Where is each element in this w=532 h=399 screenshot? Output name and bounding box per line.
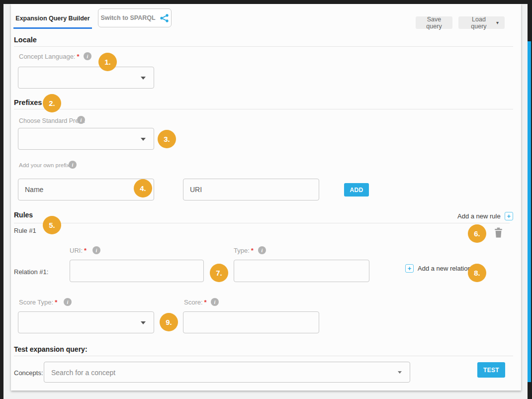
info-icon[interactable]: i xyxy=(92,246,100,254)
concepts-placeholder: Search for a concept xyxy=(51,362,115,383)
relation-uri-input[interactable] xyxy=(70,260,204,282)
switch-to-sparql-button[interactable]: Switch to SPARQL xyxy=(98,8,172,27)
score-type-select[interactable] xyxy=(18,311,154,333)
step-badge-2: 2. xyxy=(43,94,61,112)
divider xyxy=(14,46,513,47)
concepts-label: Concepts: xyxy=(14,369,43,377)
chevron-down-icon xyxy=(141,321,146,324)
required-asterisk: * xyxy=(251,247,254,254)
info-icon[interactable]: i xyxy=(258,246,266,254)
trash-icon[interactable] xyxy=(494,227,503,239)
plus-icon: + xyxy=(405,264,414,273)
share-icon xyxy=(160,13,169,23)
relation-type-input[interactable] xyxy=(234,260,369,282)
chevron-down-icon: ▾ xyxy=(496,20,499,25)
info-icon[interactable]: i xyxy=(84,52,91,60)
prefix-uri-input[interactable] xyxy=(183,179,319,200)
add-new-rule-label: Add a new rule xyxy=(457,212,501,220)
frame-corner xyxy=(528,4,531,41)
required-asterisk: * xyxy=(84,247,87,254)
own-prefix-label: Add your own prefix xyxy=(19,162,70,168)
test-button[interactable]: TEST xyxy=(477,362,505,378)
concepts-search-select[interactable]: Search for a concept xyxy=(44,362,410,383)
switch-to-sparql-label: Switch to SPARQL xyxy=(100,14,155,21)
save-query-button[interactable]: Save query xyxy=(416,16,452,29)
required-asterisk: * xyxy=(77,53,79,60)
info-icon[interactable]: i xyxy=(77,116,85,124)
score-label: Score:* xyxy=(184,299,207,306)
add-new-relation-label: Add a new relation xyxy=(418,265,471,272)
rules-section-title: Rules xyxy=(14,211,33,219)
info-icon[interactable]: i xyxy=(64,298,72,306)
relation-row-label: Relation #1: xyxy=(14,268,48,276)
divider xyxy=(14,356,513,356)
relation-uri-label: URI:* xyxy=(70,247,87,254)
standard-prefix-label: Choose Standard Prefix xyxy=(19,117,85,124)
test-section-title: Test expansion query: xyxy=(14,345,88,353)
step-badge-7: 7. xyxy=(210,264,228,282)
step-badge-1: 1. xyxy=(98,53,117,71)
active-tab-underline xyxy=(13,27,92,29)
step-badge-6: 6. xyxy=(468,224,486,243)
concept-language-label: Concept Language:* xyxy=(19,53,80,60)
score-type-label: Score Type:* xyxy=(19,299,57,306)
page-background: Expansion Query Builder Switch to SPARQL… xyxy=(3,4,531,399)
add-prefix-button[interactable]: ADD xyxy=(344,183,369,197)
score-input[interactable] xyxy=(183,311,319,333)
required-asterisk: * xyxy=(55,299,57,306)
tab-expansion-query-builder[interactable]: Expansion Query Builder xyxy=(13,10,92,27)
step-badge-5: 5. xyxy=(43,216,61,234)
load-query-label: Load query xyxy=(464,16,493,30)
chevron-down-icon xyxy=(141,138,146,141)
info-icon[interactable]: i xyxy=(211,298,219,306)
step-badge-8: 8. xyxy=(468,264,486,282)
required-asterisk: * xyxy=(204,299,207,306)
step-badge-9: 9. xyxy=(160,313,178,331)
locale-section-title: Locale xyxy=(14,36,37,44)
chevron-down-icon xyxy=(141,77,146,80)
relation-type-label: Type:* xyxy=(234,247,254,254)
concept-language-select[interactable] xyxy=(18,67,154,89)
divider xyxy=(14,109,513,109)
standard-prefix-select[interactable] xyxy=(18,128,154,150)
rule-title: Rule #1 xyxy=(14,227,36,234)
prefixes-section-title: Prefixes xyxy=(14,99,42,106)
add-new-relation-button[interactable]: + Add a new relation xyxy=(405,264,471,273)
query-builder-panel: Expansion Query Builder Switch to SPARQL… xyxy=(11,4,521,391)
add-new-rule-button[interactable]: Add a new rule + xyxy=(457,212,513,220)
plus-icon: + xyxy=(505,212,513,220)
load-query-button[interactable]: Load query ▾ xyxy=(458,16,505,29)
frame-corner xyxy=(528,382,531,399)
info-icon[interactable]: i xyxy=(69,161,77,169)
step-badge-3: 3. xyxy=(158,130,176,148)
divider xyxy=(14,223,510,223)
vertical-scrollbar[interactable] xyxy=(528,41,531,382)
step-badge-4: 4. xyxy=(134,179,152,198)
chevron-down-icon xyxy=(398,371,402,374)
save-query-label: Save query xyxy=(422,16,446,30)
